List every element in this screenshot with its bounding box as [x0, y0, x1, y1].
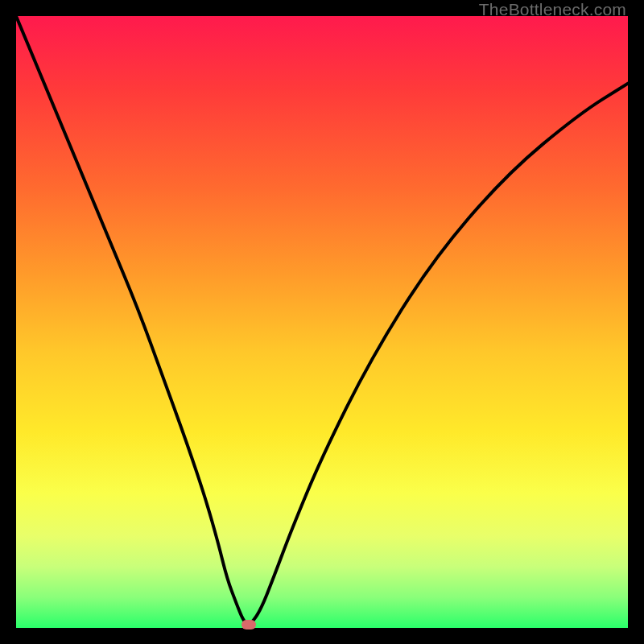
plot-area — [16, 16, 628, 628]
bottleneck-curve — [16, 16, 628, 628]
optimal-marker — [242, 620, 256, 630]
watermark-text: TheBottleneck.com — [479, 0, 626, 19]
chart-frame: TheBottleneck.com — [0, 0, 644, 644]
